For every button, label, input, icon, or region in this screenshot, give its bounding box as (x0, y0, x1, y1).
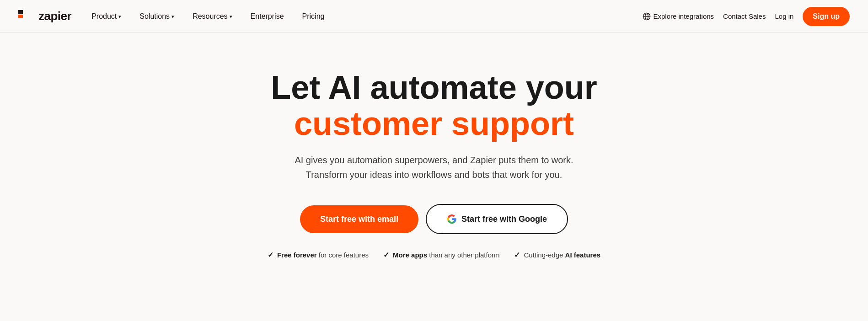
signup-button[interactable]: Sign up (803, 7, 850, 26)
feature-badges: ✓ Free forever for core features ✓ More … (268, 251, 600, 259)
nav-item-product[interactable]: Product ▾ (90, 9, 123, 24)
nav-item-solutions[interactable]: Solutions ▾ (138, 9, 176, 24)
hero-heading-line1: Let AI automate your (271, 70, 597, 106)
google-logo-icon (447, 214, 457, 224)
checkmark-icon: ✓ (268, 251, 273, 259)
nav-item-pricing[interactable]: Pricing (300, 9, 327, 24)
checkmark-icon: ✓ (514, 251, 520, 259)
chevron-down-icon: ▾ (171, 14, 174, 20)
globe-icon (643, 12, 651, 21)
chevron-down-icon: ▾ (118, 14, 121, 20)
logo-text: zapier (38, 9, 71, 23)
login-link[interactable]: Log in (775, 12, 793, 20)
badge-bold-apps: More apps (393, 251, 427, 259)
checkmark-icon: ✓ (383, 251, 389, 259)
chevron-down-icon: ▾ (230, 14, 232, 20)
badge-bold-free: Free forever (277, 251, 317, 259)
navbar-left: zapier Product ▾ Solutions ▾ Resources ▾… (18, 9, 326, 24)
navbar-right: Explore integrations Contact Sales Log i… (643, 7, 850, 26)
svg-rect-0 (18, 15, 23, 18)
contact-sales-link[interactable]: Contact Sales (723, 12, 766, 20)
hero-heading-line2: customer support (294, 106, 574, 142)
logo[interactable]: zapier (18, 9, 71, 23)
nav-item-enterprise[interactable]: Enterprise (249, 9, 286, 24)
explore-integrations-link[interactable]: Explore integrations (643, 12, 714, 21)
hero-subtext: AI gives you automation superpowers, and… (279, 153, 589, 182)
svg-rect-1 (18, 10, 23, 14)
badge-free-forever: ✓ Free forever for core features (268, 251, 369, 259)
hero-section: Let AI automate your customer support AI… (0, 33, 868, 287)
badge-bold-ai: AI features (565, 251, 601, 259)
cta-buttons: Start free with email Start free with Go… (300, 204, 568, 234)
badge-more-apps: ✓ More apps than any other platform (383, 251, 499, 259)
start-free-email-button[interactable]: Start free with email (300, 205, 418, 233)
nav-item-resources[interactable]: Resources ▾ (191, 9, 234, 24)
badge-ai-features: ✓ Cutting-edge AI features (514, 251, 600, 259)
start-free-google-button[interactable]: Start free with Google (426, 204, 568, 234)
navbar: zapier Product ▾ Solutions ▾ Resources ▾… (0, 0, 868, 33)
zapier-logo-icon (18, 10, 36, 23)
